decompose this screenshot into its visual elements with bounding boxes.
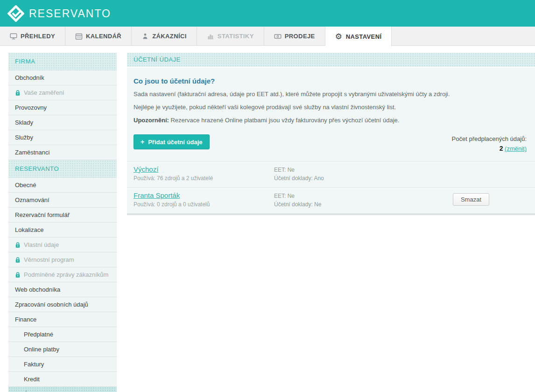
sidebar-item-faktury[interactable]: Faktury [8,357,117,372]
sidebar-item-predplatne[interactable]: Předplatné [8,327,117,342]
sidebar-item-label: Obchodník [15,74,44,81]
tab-statistiky[interactable]: STATISTIKY [197,27,264,46]
intro-paragraph-1: Sada nastavení (fakturační adresa, údaje… [134,91,528,98]
warning-text: Rezervace hrazené Online platbami jsou v… [169,117,400,124]
sidebar-item-label: Vaše zaměření [24,89,64,96]
tab-prodeje[interactable]: PRODEJE [264,27,325,46]
sidebar-item-sklady[interactable]: Sklady [8,115,117,130]
sidebar-item-obchodnik[interactable]: Obchodník [8,70,117,85]
reservanto-logo-icon[interactable] [7,5,24,22]
intro-block: Co jsou to účetní údaje? Sada nastavení … [127,77,535,124]
tab-label: KALENDÁŘ [86,33,121,40]
prepaid-counter: Počet předplacených údajů: 2 (změnit) [452,134,528,154]
sidebar-item-podminene-zpravy[interactable]: Podmíněné zprávy zákazníkům [8,267,117,282]
accounting-data-list: Výchozí Používá: 76 zdrojů a 2 uživatelé… [127,161,535,213]
row-action-cell: Smazat [460,191,535,206]
intro-warning: Upozornění: Rezervace hrazené Online pla… [134,117,528,124]
sidebar-item-provozovny[interactable]: Provozovny [8,100,117,115]
table-row-franta-sportak: Franta Sporták Používá: 0 zdrojů a 0 uži… [127,187,535,213]
sidebar-item-label: Služby [15,134,33,141]
sidebar-section-reservanto: RESERVANTO [8,160,117,178]
gear-icon: ⚙ [335,33,343,40]
tab-label: STATISTIKY [218,33,254,40]
content-panel: ÚČETNÍ ÚDAJE Co jsou to účetní údaje? Sa… [127,53,535,215]
main-area: FIRMA Obchodník Vaše zaměření Provozovny… [0,46,535,392]
sidebar-item-vernostni-program[interactable]: Věrnostní program [8,252,117,267]
sidebar-item-label: Faktury [24,361,44,368]
row-name-cell: Výchozí Používá: 76 zdrojů a 2 uživatelé [127,165,274,182]
sidebar-item-oznamovani[interactable]: Oznamování [8,193,117,208]
sidebar-item-label: Zaměstnanci [15,149,49,156]
row-usage: Používá: 76 zdrojů a 2 uživatelé [134,175,274,182]
sidebar-item-finance[interactable]: Finance [8,312,117,327]
delete-button[interactable]: Smazat [453,193,489,206]
sidebar-item-label: Web obchodníka [15,286,60,293]
content-body: Co jsou to účetní údaje? Sada nastavení … [127,68,535,215]
tab-zakaznici[interactable]: ZÁKAZNÍCI [132,27,197,46]
sidebar-item-label: Lokalizace [15,226,43,233]
sidebar-item-label: Rezervační formulář [15,211,70,218]
banknote-icon [274,33,282,40]
accounting-data-link-vychozi[interactable]: Výchozí [134,165,158,173]
sidebar-item-obecne[interactable]: Obecné [8,178,117,193]
sidebar-item-label: Kredit [24,376,40,383]
sidebar-item-rezervacni-formular[interactable]: Rezervační formulář [8,208,117,223]
tab-label: ZÁKAZNÍCI [152,33,187,40]
accounting-data-link-franta-sportak[interactable]: Franta Sporták [134,191,180,199]
row-eet: EET: Ne [274,192,460,201]
row-action-cell [460,165,535,167]
calendar-icon [75,33,83,40]
lock-icon [15,242,21,248]
sidebar-item-lokalizace[interactable]: Lokalizace [8,223,117,238]
row-name-cell: Franta Sporták Používá: 0 zdrojů a 0 uži… [127,191,274,208]
lock-icon [15,272,21,278]
sidebar-item-ucetni-udaje[interactable]: Účetní údaje [8,387,117,392]
sidebar-section-firma: FIRMA [8,53,117,70]
row-usage: Používá: 0 zdrojů a 0 uživatelů [134,201,274,208]
change-prepaid-link[interactable]: (změnit) [505,145,527,152]
toolbar: + Přidat účetní údaje Počet předplacenýc… [127,130,535,161]
page-title: ÚČETNÍ ÚDAJE [127,53,535,68]
sidebar-item-web-obchodnika[interactable]: Web obchodníka [8,282,117,297]
intro-paragraph-2: Nejlépe je využijete, pokud někteří vaši… [134,104,528,111]
chart-icon [207,33,214,40]
sidebar-item-label: Předplatné [24,331,53,338]
tab-label: PŘEHLEDY [21,33,55,40]
tab-kalendar[interactable]: KALENDÁŘ [65,27,132,46]
sidebar-item-zpracovani-osobnich-udaju[interactable]: Zpracování osobních údajů [8,297,117,312]
sidebar-item-label: Oznamování [15,196,49,203]
prepaid-count: 2 [500,145,503,152]
monitor-icon [10,33,17,40]
tab-nastaveni[interactable]: ⚙ NASTAVENÍ [325,27,392,46]
tab-prehledy[interactable]: PŘEHLEDY [0,27,65,46]
main-nav: PŘEHLEDY KALENDÁŘ ZÁKAZNÍCI STATISTIKY P… [0,27,535,46]
plus-icon: + [141,138,144,146]
sidebar-item-label: Sklady [15,119,33,126]
tab-label: PRODEJE [285,33,315,40]
row-docs: Účetní doklady: Ano [274,174,460,183]
sidebar-item-label: Provozovny [15,104,47,111]
intro-heading: Co jsou to účetní údaje? [134,77,528,85]
sidebar-item-vase-zamereni[interactable]: Vaše zaměření [8,85,117,100]
lock-icon [15,90,21,96]
settings-sidebar: FIRMA Obchodník Vaše zaměření Provozovny… [8,53,117,392]
sidebar-item-label: Vlastní údaje [24,241,59,248]
sidebar-item-label: Finance [15,316,36,323]
add-accounting-data-button[interactable]: + Přidat účetní údaje [134,134,210,149]
sidebar-item-zamestnanci[interactable]: Zaměstnanci [8,145,117,160]
sidebar-item-vlastni-udaje[interactable]: Vlastní údaje [8,238,117,252]
sidebar-item-label: Online platby [24,346,59,353]
row-docs: Účetní doklady: Ne [274,200,460,209]
prepaid-label: Počet předplacených údajů: [452,134,527,144]
sidebar-item-label: Obecné [15,182,36,189]
app-title[interactable]: RESERVANTO [29,7,111,20]
app-header: RESERVANTO [0,0,535,27]
sidebar-item-online-platby[interactable]: Online platby [8,342,117,357]
sidebar-item-label: Věrnostní program [24,256,74,263]
sidebar-item-sluzby[interactable]: Služby [8,130,117,145]
table-row-vychozi: Výchozí Používá: 76 zdrojů a 2 uživatelé… [127,161,535,187]
add-button-label: Přidat účetní údaje [148,139,202,146]
sidebar-item-kredit[interactable]: Kredit [8,372,117,387]
warning-label: Upozornění: [134,117,169,124]
row-details-cell: EET: Ne Účetní doklady: Ano [274,165,460,183]
